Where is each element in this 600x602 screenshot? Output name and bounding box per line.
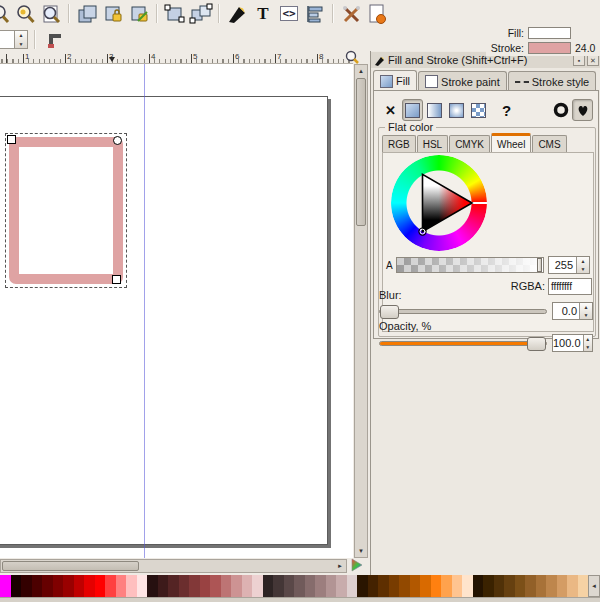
corner-radius-icon[interactable] bbox=[42, 28, 66, 51]
blur-spinner-arrows[interactable]: ▲▼ bbox=[579, 303, 592, 319]
tab-stroke-paint[interactable]: Stroke paint bbox=[418, 71, 507, 91]
palette-swatch[interactable] bbox=[21, 575, 32, 597]
alpha-spinbox[interactable]: 255 ▲▼ bbox=[548, 256, 590, 274]
palette-swatch[interactable] bbox=[420, 575, 431, 597]
scroll-up-button[interactable]: ▲ bbox=[355, 65, 367, 77]
spinner-arrows[interactable]: ▲▼ bbox=[14, 31, 27, 48]
palette-swatch[interactable] bbox=[200, 575, 211, 597]
palette-swatch[interactable] bbox=[347, 575, 358, 597]
palette-swatch[interactable] bbox=[578, 575, 589, 597]
palette-swatch[interactable] bbox=[105, 575, 116, 597]
palette-swatch[interactable] bbox=[473, 575, 484, 597]
palette-swatch[interactable] bbox=[494, 575, 505, 597]
create-clone-icon[interactable] bbox=[101, 2, 125, 25]
palette-swatch[interactable] bbox=[116, 575, 127, 597]
blur-slider-handle[interactable] bbox=[380, 305, 399, 319]
text-dialog-icon[interactable]: T bbox=[251, 2, 275, 25]
palette-swatch[interactable] bbox=[210, 575, 221, 597]
palette-swatch[interactable] bbox=[462, 575, 473, 597]
scroll-down-button[interactable]: ▼ bbox=[355, 545, 367, 557]
palette-swatch[interactable] bbox=[74, 575, 85, 597]
no-paint-button[interactable]: ✕ bbox=[380, 99, 401, 121]
palette-swatch[interactable] bbox=[357, 575, 368, 597]
horizontal-scrollbar[interactable]: ► bbox=[0, 559, 347, 573]
palette-swatch[interactable] bbox=[315, 575, 326, 597]
tab-cmyk[interactable]: CMYK bbox=[449, 135, 490, 153]
corner-radius-handle-topright[interactable] bbox=[113, 136, 122, 145]
canvas[interactable] bbox=[0, 64, 353, 558]
palette-swatch[interactable] bbox=[378, 575, 389, 597]
palette-swatch[interactable] bbox=[221, 575, 232, 597]
tab-wheel[interactable]: Wheel bbox=[491, 133, 531, 153]
palette-swatch[interactable] bbox=[284, 575, 295, 597]
xml-editor-icon[interactable]: <> bbox=[277, 2, 301, 25]
vertical-guide[interactable] bbox=[144, 64, 145, 558]
vertical-scrollbar-thumb[interactable] bbox=[356, 78, 366, 226]
opacity-slider[interactable] bbox=[379, 341, 547, 346]
color-managed-display-icon[interactable] bbox=[348, 557, 364, 573]
tab-fill[interactable]: Fill bbox=[373, 70, 417, 91]
palette-swatch[interactable] bbox=[263, 575, 274, 597]
saturation-value-triangle[interactable] bbox=[391, 155, 487, 251]
horizontal-ruler[interactable]: 12345678 bbox=[0, 52, 353, 64]
palette-swatch[interactable] bbox=[504, 575, 515, 597]
radial-gradient-button[interactable] bbox=[446, 99, 467, 121]
palette-swatch[interactable] bbox=[168, 575, 179, 597]
selection-handle-bottomright[interactable] bbox=[112, 275, 121, 284]
preferences-icon[interactable] bbox=[339, 2, 363, 25]
palette-swatch[interactable] bbox=[483, 575, 494, 597]
linear-gradient-button[interactable] bbox=[424, 99, 445, 121]
palette-swatch[interactable] bbox=[231, 575, 242, 597]
palette-swatch[interactable] bbox=[389, 575, 400, 597]
palette-swatch[interactable] bbox=[242, 575, 253, 597]
palette-swatch[interactable] bbox=[536, 575, 547, 597]
palette-swatch[interactable] bbox=[305, 575, 316, 597]
palette-swatch[interactable] bbox=[368, 575, 379, 597]
palette-scroll-left-button[interactable]: ◄ bbox=[588, 575, 600, 597]
palette-swatch[interactable] bbox=[95, 575, 106, 597]
palette-swatch[interactable] bbox=[147, 575, 158, 597]
palette-swatch[interactable] bbox=[336, 575, 347, 597]
palette-swatch[interactable] bbox=[137, 575, 148, 597]
stroke-width-value[interactable]: 24.0 bbox=[571, 42, 595, 54]
unknown-paint-button[interactable]: ? bbox=[496, 99, 517, 121]
palette-swatch[interactable] bbox=[63, 575, 74, 597]
palette-swatch[interactable] bbox=[326, 575, 337, 597]
selected-rectangle[interactable] bbox=[9, 137, 123, 284]
zoom-selection-icon[interactable] bbox=[0, 2, 11, 25]
palette-swatch[interactable] bbox=[179, 575, 190, 597]
flat-color-button[interactable] bbox=[402, 99, 423, 121]
zoom-page-icon[interactable] bbox=[39, 2, 63, 25]
fill-rule-evenodd-button[interactable] bbox=[550, 99, 571, 121]
alpha-spinner-arrows[interactable]: ▲▼ bbox=[576, 257, 589, 273]
palette-swatch[interactable] bbox=[53, 575, 64, 597]
palette-swatch[interactable] bbox=[410, 575, 421, 597]
palette-swatch[interactable] bbox=[273, 575, 284, 597]
palette-swatch[interactable] bbox=[294, 575, 305, 597]
stroke-indicator-swatch[interactable] bbox=[528, 42, 571, 54]
document-properties-icon[interactable] bbox=[365, 2, 389, 25]
palette-swatch[interactable] bbox=[546, 575, 557, 597]
tool-options-spinbox[interactable]: ▲▼ bbox=[0, 30, 28, 49]
palette-swatch[interactable] bbox=[252, 575, 263, 597]
palette-swatch[interactable] bbox=[557, 575, 568, 597]
opacity-spinbox[interactable]: 100.0 ▲▼ bbox=[552, 334, 593, 352]
blur-spinbox[interactable]: 0.0 ▲▼ bbox=[552, 302, 593, 320]
palette-swatch[interactable] bbox=[441, 575, 452, 597]
align-distribute-icon[interactable] bbox=[303, 2, 327, 25]
tab-stroke-style[interactable]: Stroke style bbox=[508, 71, 596, 91]
palette-swatch[interactable] bbox=[525, 575, 536, 597]
zoom-drawing-icon[interactable] bbox=[13, 2, 37, 25]
horizontal-scrollbar-thumb[interactable] bbox=[2, 561, 139, 571]
blur-slider[interactable] bbox=[379, 309, 547, 314]
alpha-slider[interactable] bbox=[396, 257, 544, 273]
palette-swatch[interactable] bbox=[42, 575, 53, 597]
palette-swatch[interactable] bbox=[0, 575, 11, 597]
palette-swatch[interactable] bbox=[189, 575, 200, 597]
palette-swatch[interactable] bbox=[126, 575, 137, 597]
alpha-slider-handle[interactable] bbox=[537, 258, 542, 272]
palette-swatch[interactable] bbox=[567, 575, 578, 597]
zoom-corner-icon[interactable] bbox=[343, 50, 361, 65]
ungroup-icon[interactable] bbox=[189, 2, 213, 25]
group-icon[interactable] bbox=[163, 2, 187, 25]
